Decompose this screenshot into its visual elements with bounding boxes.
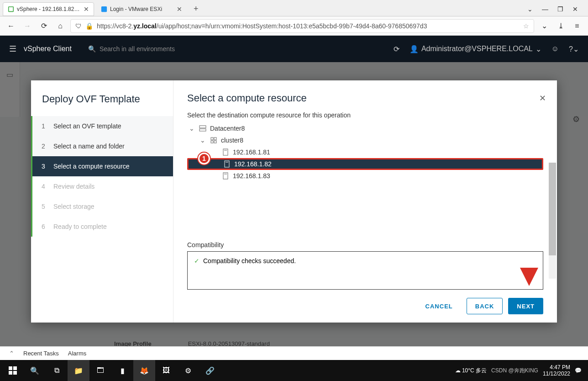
svg-rect-1: [9, 7, 13, 11]
downloads-icon[interactable]: ⤓: [554, 20, 567, 32]
cluster-icon: [210, 137, 217, 144]
app-title: vSphere Client: [24, 45, 72, 53]
bottom-panel: ⌃ Recent Tasks Alarms: [0, 346, 588, 360]
pocket-icon[interactable]: ⌄: [538, 20, 551, 32]
user-icon: 👤: [410, 45, 419, 53]
system-tray: ☁ 10°C 多云 CSDN @奔跑KING 4:47 PM 11/12/202…: [455, 364, 586, 377]
compatibility-box: ✓ Compatibility checks succeeded.: [187, 251, 543, 290]
clock[interactable]: 4:47 PM 11/12/2022: [543, 364, 570, 377]
bookmark-star-icon[interactable]: ☆: [523, 22, 529, 30]
back-button[interactable]: BACK: [467, 298, 503, 314]
url-text: https://vc8-2.yz.local/ui/app/host;nav=h…: [97, 22, 520, 30]
browser-menu-icon[interactable]: ≡: [571, 20, 583, 32]
global-search[interactable]: 🔍 Search in all environments: [88, 45, 175, 53]
start-button[interactable]: [2, 360, 24, 381]
dialog-footer: CANCEL BACK NEXT: [173, 290, 557, 323]
svg-rect-11: [225, 161, 229, 167]
window-controls: ⌄ — ❐ ✕: [527, 5, 585, 13]
tab-close-icon[interactable]: ✕: [84, 5, 89, 13]
tree-datacenter[interactable]: ⌄ Datacenter8: [187, 122, 543, 134]
terminal-icon[interactable]: ▮: [111, 360, 133, 381]
tree-host-83[interactable]: 192.168.1.83: [187, 170, 543, 182]
svg-rect-18: [13, 371, 17, 375]
task-view-icon[interactable]: ⧉: [46, 360, 68, 381]
esxi-favicon-icon: [101, 6, 107, 12]
app-icon-2[interactable]: 🖼: [155, 360, 177, 381]
collapse-icon[interactable]: ⌄: [200, 137, 206, 144]
svg-rect-17: [9, 371, 12, 375]
host-icon: [223, 160, 231, 168]
step-storage: 5 Select storage: [32, 196, 173, 217]
user-menu[interactable]: 👤 Administrator@VSPHERE.LOCAL ⌄: [410, 45, 541, 53]
compute-resource-tree: ⌄ Datacenter8 ⌄ cluster8 192.168.1.81 19…: [173, 122, 557, 241]
search-icon: 🔍: [88, 45, 96, 53]
svg-rect-5: [211, 138, 213, 140]
feedback-icon[interactable]: ☺: [551, 45, 559, 53]
svg-rect-13: [223, 173, 228, 179]
recent-tasks-tab[interactable]: Recent Tasks: [23, 350, 59, 357]
tree-cluster[interactable]: ⌄ cluster8: [187, 134, 543, 146]
nav-home-button[interactable]: ⌂: [54, 20, 67, 32]
compatibility-message: Compatibility checks succeeded.: [203, 257, 296, 265]
notifications-icon[interactable]: 💬: [575, 367, 582, 374]
svg-rect-2: [101, 6, 107, 11]
tree-host-82[interactable]: 192.168.1.82: [187, 158, 543, 170]
tree-host-81[interactable]: 192.168.1.81: [187, 146, 543, 158]
help-icon[interactable]: ?⌄: [569, 45, 579, 53]
nav-reload-button[interactable]: ⟳: [37, 20, 50, 32]
step-ready: 6 Ready to complete: [32, 217, 173, 237]
datacenter-icon: [199, 125, 206, 132]
wizard-steps-panel: Deploy OVF Template 1 Select an OVF temp…: [31, 80, 173, 323]
browser-tab-inactive[interactable]: Login - VMware ESXi ✕: [96, 2, 187, 16]
shield-icon: 🛡: [75, 22, 82, 30]
explorer-icon[interactable]: 📁: [68, 360, 89, 381]
collapse-icon[interactable]: ⌄: [189, 125, 195, 132]
tabs-dropdown-icon[interactable]: ⌄: [527, 5, 533, 13]
windows-taskbar: 🔍 ⧉ 📁 🗔 ▮ 🦊 🖼 ⚙ 🔗 ☁ 10°C 多云 CSDN @奔跑KING…: [0, 360, 588, 381]
wizard-content-panel: ✕ Select a compute resource Select the d…: [173, 80, 557, 323]
window-minimize-button[interactable]: —: [542, 5, 548, 13]
tab-close-icon[interactable]: ✕: [177, 5, 182, 13]
tab-title: vSphere - 192.168.1.82 - Summa: [17, 6, 81, 12]
app-icon-3[interactable]: ⚙: [177, 360, 199, 381]
host-icon: [222, 148, 229, 156]
scrollbar[interactable]: [549, 163, 556, 279]
url-input[interactable]: 🛡 🔒 https://vc8-2.yz.local/ui/app/host;n…: [70, 19, 534, 33]
step-select-ovf[interactable]: 1 Select an OVF template: [32, 116, 173, 136]
svg-rect-6: [214, 138, 216, 140]
nav-forward-button[interactable]: →: [21, 20, 34, 32]
browser-tab-strip: vSphere - 192.168.1.82 - Summa ✕ Login -…: [0, 0, 588, 16]
vsphere-header: ☰ vSphere Client 🔍 Search in all environ…: [0, 36, 588, 62]
lock-icon: 🔒: [85, 22, 93, 30]
alarms-tab[interactable]: Alarms: [68, 350, 86, 357]
firefox-icon[interactable]: 🦊: [133, 360, 155, 381]
dialog-close-button[interactable]: ✕: [539, 93, 546, 103]
step-compute-resource[interactable]: 3 Select a compute resource: [32, 156, 173, 176]
hamburger-menu-icon[interactable]: ☰: [9, 44, 16, 54]
svg-rect-4: [200, 129, 206, 131]
tray-overflow[interactable]: CSDN @奔跑KING: [491, 367, 538, 375]
svg-rect-8: [214, 141, 216, 143]
panel-subtitle: Select the destination compute resource …: [173, 107, 557, 122]
next-button[interactable]: NEXT: [508, 298, 543, 314]
deploy-ovf-dialog: Deploy OVF Template 1 Select an OVF temp…: [31, 80, 557, 323]
window-close-button[interactable]: ✕: [572, 5, 578, 13]
refresh-icon[interactable]: ⟳: [394, 45, 399, 53]
panel-toggle-icon[interactable]: ⌃: [9, 350, 14, 357]
step-name-folder[interactable]: 2 Select a name and folder: [32, 136, 173, 156]
tree-label: 192.168.1.81: [233, 148, 270, 156]
svg-rect-3: [200, 126, 206, 128]
host-icon: [222, 172, 229, 180]
search-taskbar-icon[interactable]: 🔍: [24, 360, 46, 381]
app-icon-1[interactable]: 🗔: [89, 360, 111, 381]
window-maximize-button[interactable]: ❐: [557, 5, 563, 13]
nav-back-button[interactable]: ←: [5, 20, 17, 32]
tree-label: 192.168.1.83: [233, 172, 270, 180]
dialog-title: Deploy OVF Template: [31, 93, 173, 116]
vsphere-favicon-icon: [8, 6, 14, 12]
weather-widget[interactable]: ☁ 10°C 多云: [455, 367, 487, 375]
cancel-button[interactable]: CANCEL: [417, 298, 461, 314]
new-tab-button[interactable]: +: [189, 4, 203, 14]
browser-tab-active[interactable]: vSphere - 192.168.1.82 - Summa ✕: [3, 2, 94, 16]
app-icon-4[interactable]: 🔗: [199, 360, 221, 381]
